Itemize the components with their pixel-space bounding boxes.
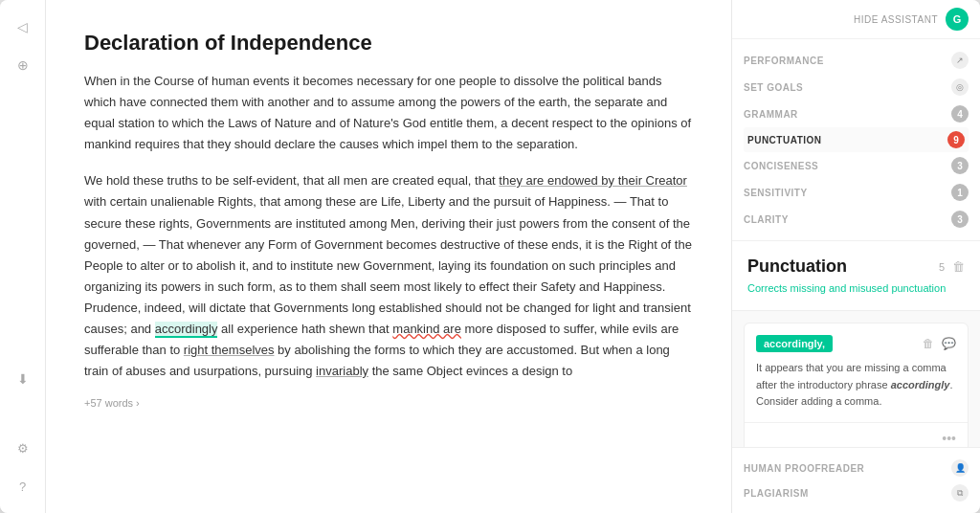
- set-goals-label[interactable]: SET GOALS: [744, 82, 803, 93]
- punctuation-badge: 9: [947, 131, 965, 148]
- settings-icon[interactable]: ⚙: [11, 436, 34, 459]
- sensitivity-badge: 1: [951, 184, 969, 201]
- hide-assistant-label[interactable]: HIDE ASSISTANT: [854, 14, 938, 25]
- left-sidebar: ◁ ⊕ ⬇ ⚙ ?: [0, 0, 46, 513]
- card-actions: •••: [745, 423, 968, 447]
- panel-title: Punctuation: [747, 256, 847, 277]
- sensitivity-label: SENSITIVITY: [744, 188, 808, 198]
- plagiarism-label[interactable]: PLAGIARISM: [744, 488, 809, 499]
- human-proofreader-label[interactable]: HUMAN PROOFREADER: [744, 463, 864, 474]
- panel-count: 5: [939, 261, 945, 273]
- punctuation-row[interactable]: PUNCTUATION 9: [744, 127, 969, 152]
- highlight-creator: they are endowed by their Creator: [499, 173, 687, 188]
- back-icon[interactable]: ◁: [11, 15, 34, 38]
- panel-subtitle: Corrects missing and misused punctuation: [747, 282, 946, 294]
- main-content: Declaration of Independence When in the …: [46, 0, 731, 513]
- bottom-section: HUMAN PROOFREADER 👤 PLAGIARISM ⧉: [732, 447, 980, 513]
- card-icons: 🗑 💬: [923, 337, 956, 350]
- panel-title-row: Punctuation 5 🗑: [747, 256, 965, 277]
- suggestion-card: accordingly, 🗑 💬 It appears that you are…: [744, 323, 969, 447]
- sensitivity-row: SENSITIVITY 1: [744, 179, 969, 206]
- highlight-invariably: invariably: [316, 364, 368, 378]
- suggestion-badge: accordingly,: [756, 335, 833, 352]
- add-icon[interactable]: ⊕: [11, 54, 34, 77]
- panel-delete-icon[interactable]: 🗑: [952, 259, 965, 274]
- highlight-accordingly: accordingly: [155, 322, 218, 338]
- plagiarism-icon[interactable]: ⧉: [951, 484, 969, 502]
- human-proofreader-row: HUMAN PROOFREADER 👤: [744, 456, 969, 480]
- plagiarism-row: PLAGIARISM ⧉: [744, 480, 969, 505]
- card-message-icon[interactable]: 💬: [942, 337, 956, 350]
- right-panel: HIDE ASSISTANT G PERFORMANCE ↗ SET GOALS…: [731, 0, 980, 513]
- word-count[interactable]: +57 words ›: [84, 397, 693, 409]
- clarity-row: CLARITY 3: [744, 206, 969, 233]
- help-icon[interactable]: ?: [11, 475, 34, 498]
- performance-row: PERFORMANCE ↗: [744, 47, 969, 74]
- panel-header-icons: 5 🗑: [939, 259, 965, 274]
- app-container: ◁ ⊕ ⬇ ⚙ ? Declaration of Independence Wh…: [0, 0, 980, 513]
- grammar-label: GRAMMAR: [744, 109, 798, 120]
- human-proofreader-icon[interactable]: 👤: [951, 459, 969, 477]
- card-more-icon[interactable]: •••: [942, 431, 956, 446]
- conciseness-row: CONCISENESS 3: [744, 152, 969, 179]
- paragraph-1: When in the Course of human events it be…: [84, 71, 693, 155]
- grammar-badge: 4: [951, 105, 969, 123]
- set-goals-row: SET GOALS ◎: [744, 74, 969, 100]
- card-em-word: accordingly: [891, 379, 950, 390]
- card-body: It appears that you are missing a comma …: [745, 360, 968, 423]
- performance-icon[interactable]: ↗: [951, 52, 969, 69]
- document-body: When in the Course of human events it be…: [84, 71, 693, 382]
- metrics-section: PERFORMANCE ↗ SET GOALS ◎ GRAMMAR 4 PUNC…: [732, 39, 980, 241]
- card-badge-row: accordingly, 🗑 💬: [745, 323, 968, 360]
- highlight-mankind: mankind are: [392, 322, 461, 336]
- clarity-label: CLARITY: [744, 214, 789, 225]
- goals-icon[interactable]: ◎: [951, 78, 969, 96]
- card-delete-icon[interactable]: 🗑: [923, 337, 934, 350]
- conciseness-badge: 3: [951, 157, 969, 174]
- download-icon[interactable]: ⬇: [11, 368, 34, 390]
- right-top-bar: HIDE ASSISTANT G: [732, 0, 980, 39]
- grammar-row: GRAMMAR 4: [744, 100, 969, 127]
- conciseness-label: CONCISENESS: [744, 161, 818, 171]
- assistant-avatar[interactable]: G: [946, 8, 969, 31]
- clarity-badge: 3: [951, 211, 969, 228]
- panel-header: Punctuation 5 🗑 Corrects missing and mis…: [732, 241, 980, 311]
- highlight-right: right themselves: [184, 343, 275, 357]
- paragraph-2: We hold these truths to be self-evident,…: [84, 170, 693, 382]
- document-title: Declaration of Independence: [84, 31, 693, 56]
- punctuation-panel: Punctuation 5 🗑 Corrects missing and mis…: [732, 241, 980, 447]
- performance-label: PERFORMANCE: [744, 56, 824, 66]
- punctuation-label: PUNCTUATION: [747, 135, 822, 145]
